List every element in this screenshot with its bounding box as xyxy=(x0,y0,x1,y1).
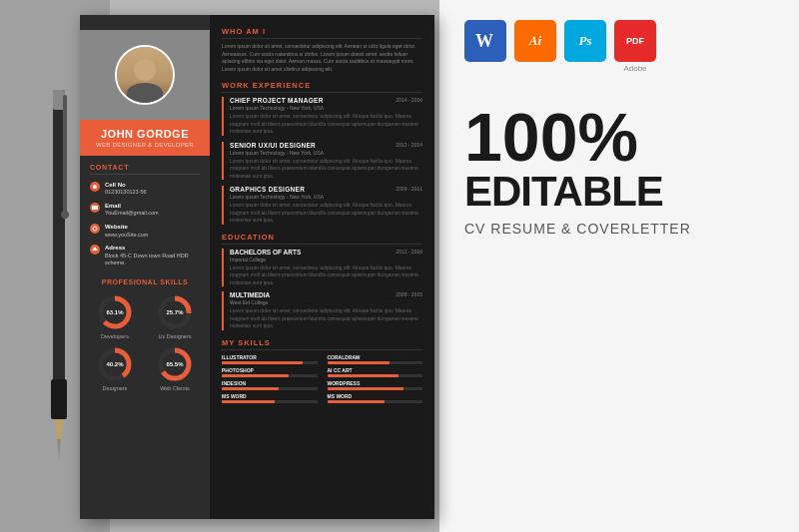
edu-item-2: MULTIMEDIA 2008 - 2015 West Eid College … xyxy=(222,291,422,330)
work-company-1: Lorem ipsum Technology - New York, USA xyxy=(230,105,422,111)
donut-developers: 63.1% Developers xyxy=(88,293,142,339)
contact-address: Adress Block 45-C Down town Road HDR sch… xyxy=(90,244,200,267)
myskills-heading: MY SKILLS xyxy=(222,338,422,350)
donut-name-1: Developers xyxy=(101,333,129,339)
donut-label-1: 63.1% xyxy=(106,309,123,315)
svg-rect-8 xyxy=(92,206,98,210)
work-heading: WORK EXPERIENCE xyxy=(222,81,422,93)
donut-chart-3: 40.2% xyxy=(96,345,134,383)
email-icon xyxy=(90,203,100,213)
donut-label-2: 25.7% xyxy=(166,309,183,315)
work-date-3: 2009 - 2011 xyxy=(396,186,422,192)
edu-date-1: 2012 - 2016 xyxy=(396,249,422,255)
svg-point-9 xyxy=(93,227,97,231)
main-headline: 100% EDITABLE CV RESUME & COVERLETTER xyxy=(464,103,774,237)
work-desc-2: Lorem ipsum dolor sit amet, consectetur … xyxy=(230,158,422,181)
work-company-2: Lorem ipsum Technology - New York, USA xyxy=(230,150,422,156)
word-icon: W xyxy=(464,20,506,62)
skill-wordpress: WORDPRESS xyxy=(328,380,423,390)
skills-bars: ILLUSTRATOR CORALDRAW PHOTOSHOP AI CC AR… xyxy=(222,354,422,403)
ai-icon-wrapper: Ai xyxy=(514,20,556,73)
donut-uxdesigners: 25.7% Ux Designers xyxy=(148,293,202,339)
ps-icon: Ps xyxy=(564,20,606,62)
donut-name-2: Ux Designers xyxy=(158,333,191,339)
donut-label-4: 65.5% xyxy=(166,361,183,367)
website-icon xyxy=(90,224,100,234)
work-item-3: GRAPHICS DESIGNER 2009 - 2011 Lorem ipsu… xyxy=(222,186,422,225)
work-date-2: 2012 - 2014 xyxy=(396,142,422,148)
skill-msword-l: MS WORD xyxy=(222,393,318,403)
skill-illustrator: ILLUSTRATOR xyxy=(222,354,318,364)
skill-indesion: INDESION xyxy=(222,380,318,390)
contact-section: CONTACT Cell No 01230130123-56 Email You… xyxy=(80,156,210,278)
resume-card: JOHN GORDGE WEB DESIGNER & DEVELOPER CON… xyxy=(80,15,434,519)
word-icon-wrapper: W xyxy=(464,20,506,73)
who-heading: WHO AM I xyxy=(222,27,422,39)
right-panel: W Ai Ps PDF Adobe 100% EDITABLE CV RESUM xyxy=(439,0,799,532)
edu-heading: EDUCATION xyxy=(222,233,422,245)
donut-chart-2: 25.7% xyxy=(156,293,194,331)
svg-rect-2 xyxy=(51,379,67,419)
work-date-1: 2014 - 2016 xyxy=(396,97,422,103)
app-icons-row: W Ai Ps PDF Adobe xyxy=(464,20,774,73)
work-title-1: CHIEF PROJECT MANAGER xyxy=(230,97,324,105)
work-item-2: SENIOR UX/UI DESIGNER 2012 - 2014 Lorem … xyxy=(222,142,422,181)
edu-title-2: MULTIMEDIA xyxy=(230,291,270,299)
pdf-icon-wrapper: PDF Adobe xyxy=(614,20,656,73)
donut-chart-4: 65.5% xyxy=(156,345,194,383)
ps-icon-wrapper: Ps xyxy=(564,20,606,73)
resume-name: JOHN GORDGE xyxy=(85,128,205,140)
percent-text: 100% xyxy=(464,103,774,171)
work-desc-1: Lorem ipsum dolor sit amet, consectetur … xyxy=(230,113,422,136)
donut-designers: 40.2% Designers xyxy=(88,345,142,391)
contact-heading: CONTACT xyxy=(90,164,200,175)
skill-coraldraw: CORALDRAW xyxy=(328,354,423,364)
svg-text:W: W xyxy=(475,31,493,51)
address-text: Adress Block 45-C Down town Road HDR sch… xyxy=(105,244,200,267)
phone-icon xyxy=(90,182,100,192)
contact-phone: Cell No 01230130123-56 xyxy=(90,181,200,197)
resume-title: WEB DESIGNER & DEVELOPER xyxy=(85,142,205,148)
donut-name-3: Designers xyxy=(103,385,128,391)
edu-desc-1: Lorem ipsum dolor sit amet, consectetur … xyxy=(230,265,422,287)
edu-item-1: BACHELORS OF ARTS 2012 - 2016 Imperial C… xyxy=(222,249,422,287)
skill-photoshop: PHOTOSHOP xyxy=(222,367,318,377)
skills-heading: PROFESIONAL SKILLS xyxy=(88,278,202,285)
phone-text: Cell No 01230130123-56 xyxy=(105,181,147,197)
pdf-icon: PDF xyxy=(614,20,656,62)
edu-school-1: Imperial College xyxy=(230,257,422,263)
contact-website: Website www.youSite.com xyxy=(90,223,200,239)
svg-marker-10 xyxy=(92,247,98,251)
pdf-label: Adobe xyxy=(623,64,646,73)
svg-point-6 xyxy=(61,211,69,219)
donut-chart-1: 63.1% xyxy=(96,293,134,331)
cv-text: CV RESUME & COVERLETTER xyxy=(464,221,774,237)
avatar-face xyxy=(117,47,173,103)
main-content: WHO AM I Lorem ipsum dolor sit amet, con… xyxy=(210,15,434,519)
donut-label-3: 40.2% xyxy=(106,361,123,367)
donut-grid: 63.1% Developers 25.7% Ux Designers xyxy=(88,293,202,391)
editable-text: EDITABLE xyxy=(464,171,774,213)
work-company-3: Lorem ipsum Technology - New York, USA xyxy=(230,194,422,200)
name-area: JOHN GORDGE WEB DESIGNER & DEVELOPER xyxy=(80,120,210,156)
skill-aiccart: AI CC ART xyxy=(328,367,423,377)
website-text: Website www.youSite.com xyxy=(105,223,148,239)
work-desc-3: Lorem ipsum dolor sit amet, consectetur … xyxy=(230,202,422,225)
svg-marker-4 xyxy=(57,439,61,459)
donut-webclients: 65.5% Web Clients xyxy=(148,345,202,391)
work-title-2: SENIOR UX/UI DESIGNER xyxy=(230,142,316,150)
work-title-3: GRAPHICS DESIGNER xyxy=(230,186,305,194)
contact-email: Email YouEmail@gmail.com xyxy=(90,202,200,218)
avatar xyxy=(115,45,175,105)
donut-name-4: Web Clients xyxy=(160,385,190,391)
ai-icon: Ai xyxy=(514,20,556,62)
email-text: Email YouEmail@gmail.com xyxy=(105,202,159,218)
resume-sidebar: JOHN GORDGE WEB DESIGNER & DEVELOPER CON… xyxy=(80,15,210,519)
edu-date-2: 2008 - 2015 xyxy=(396,291,422,297)
photo-area xyxy=(80,30,210,120)
skills-area: PROFESIONAL SKILLS 63.1% Developers xyxy=(80,278,210,391)
edu-school-2: West Eid College xyxy=(230,299,422,305)
edu-title-1: BACHELORS OF ARTS xyxy=(230,249,301,257)
who-text: Lorem ipsum dolor sit amet, consectetur … xyxy=(222,43,422,73)
edu-desc-2: Lorem ipsum dolor sit amet, consectetur … xyxy=(230,307,422,330)
